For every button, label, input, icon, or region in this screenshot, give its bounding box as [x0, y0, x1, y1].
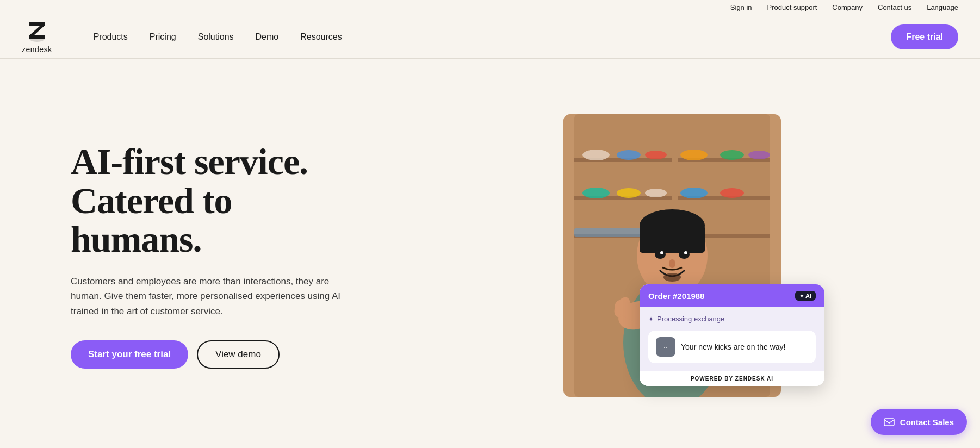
- powered-by-text: POWERED BY ZENDESK AI: [691, 376, 773, 382]
- nav-links: Products Pricing Solutions Demo Resource…: [85, 28, 891, 46]
- svg-point-12: [680, 150, 708, 160]
- chat-message-text: Your new kicks are on the way!: [681, 343, 785, 351]
- svg-rect-31: [668, 220, 677, 253]
- product-support-link[interactable]: Product support: [767, 3, 817, 11]
- main-navbar: zendesk Products Pricing Solutions Demo …: [0, 15, 980, 59]
- processing-line: ✦ Processing exchange: [648, 315, 816, 323]
- nav-products[interactable]: Products: [85, 28, 137, 46]
- svg-point-29: [669, 259, 675, 268]
- svg-point-18: [680, 188, 708, 198]
- utility-bar: Sign in Product support Company Contact …: [0, 0, 980, 15]
- chat-card-footer: POWERED BY ZENDESK AI: [640, 371, 824, 386]
- svg-point-13: [720, 150, 744, 160]
- svg-point-19: [720, 188, 744, 198]
- chat-message-row: ·· Your new kicks are on the way!: [648, 331, 816, 363]
- contact-sales-label: Contact Sales: [900, 418, 954, 427]
- nav-demo[interactable]: Demo: [247, 28, 288, 46]
- company-link[interactable]: Company: [832, 3, 863, 11]
- contact-us-link[interactable]: Contact us: [878, 3, 911, 11]
- svg-point-27: [660, 251, 663, 254]
- svg-point-10: [617, 150, 641, 160]
- chat-card: Order #201988 ✦ AI ✦ Processing exchange…: [640, 284, 824, 386]
- nav-resources[interactable]: Resources: [291, 28, 350, 46]
- hero-text-block: AI-first service. Catered to humans. Cus…: [71, 142, 353, 369]
- nav-pricing[interactable]: Pricing: [141, 28, 185, 46]
- hero-person-visual: Order #201988 ✦ AI ✦ Processing exchange…: [563, 114, 781, 397]
- order-id: Order #201988: [648, 291, 704, 301]
- headline-line2: Catered to: [71, 180, 232, 221]
- logo-text: zendesk: [22, 45, 52, 54]
- view-demo-button[interactable]: View demo: [197, 340, 280, 369]
- nav-solutions[interactable]: Solutions: [189, 28, 243, 46]
- svg-point-28: [684, 251, 687, 254]
- svg-point-15: [582, 188, 610, 198]
- hero-image-area: Order #201988 ✦ AI ✦ Processing exchange…: [386, 114, 958, 397]
- chat-card-header: Order #201988 ✦ AI: [640, 284, 824, 307]
- language-link[interactable]: Language: [927, 3, 958, 11]
- hero-headline: AI-first service. Catered to humans.: [71, 142, 353, 259]
- chat-dots-icon: ··: [663, 343, 668, 351]
- chat-agent-icon: ··: [656, 337, 675, 357]
- svg-point-11: [645, 151, 667, 159]
- ai-badge: ✦ AI: [795, 291, 816, 301]
- sign-in-link[interactable]: Sign in: [730, 3, 752, 11]
- chat-card-body: ✦ Processing exchange ·· Your new kicks …: [640, 307, 824, 371]
- processing-text: Processing exchange: [657, 315, 724, 323]
- zendesk-logo-icon: [25, 20, 49, 44]
- envelope-icon: [884, 416, 895, 427]
- svg-point-16: [617, 188, 641, 198]
- svg-point-9: [582, 150, 610, 160]
- headline-line3: humans.: [71, 219, 202, 260]
- hero-section: AI-first service. Catered to humans. Cus…: [0, 59, 980, 441]
- svg-rect-34: [884, 419, 894, 426]
- svg-point-0: [29, 35, 45, 42]
- hero-buttons: Start your free trial View demo: [71, 340, 353, 369]
- svg-point-25: [655, 250, 666, 259]
- ai-label: AI: [805, 293, 811, 299]
- svg-point-26: [679, 250, 690, 259]
- contact-sales-button[interactable]: Contact Sales: [871, 409, 967, 435]
- free-trial-button[interactable]: Free trial: [891, 24, 958, 49]
- svg-point-30: [663, 273, 681, 282]
- svg-point-14: [748, 151, 770, 159]
- hero-subtext: Customers and employees are more than in…: [71, 274, 353, 319]
- svg-point-17: [645, 189, 667, 197]
- ai-badge-star: ✦: [799, 293, 804, 299]
- headline-line1: AI-first service.: [71, 141, 308, 182]
- start-trial-button[interactable]: Start your free trial: [71, 340, 188, 369]
- processing-star-icon: ✦: [648, 315, 654, 323]
- logo-link[interactable]: zendesk: [22, 20, 52, 54]
